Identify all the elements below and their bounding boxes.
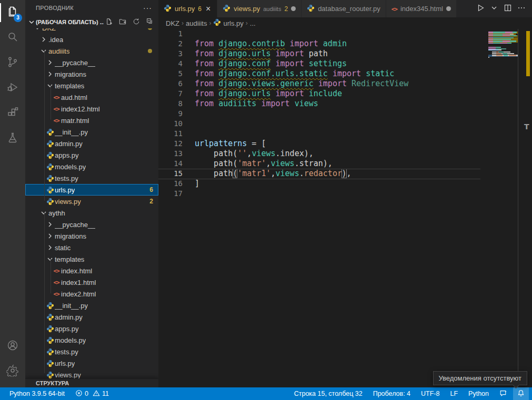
- html-file-icon: <>: [52, 268, 61, 274]
- code-line-10[interactable]: 10: [158, 119, 532, 129]
- breadcrumb-item[interactable]: urls.py: [213, 18, 243, 28]
- statusbar-problems[interactable]: 011: [71, 387, 113, 400]
- close-icon[interactable]: ×: [205, 5, 212, 13]
- statusbar-language-mode[interactable]: Python: [464, 387, 493, 400]
- breadcrumb-item[interactable]: DKZ: [166, 19, 179, 27]
- tree-item-urls-py[interactable]: urls.py: [25, 357, 158, 369]
- statusbar-indentation[interactable]: Пробелов: 4: [369, 387, 415, 400]
- code-line-6[interactable]: 6from django.views.generic import Redire…: [158, 79, 532, 89]
- line-number: 11: [158, 129, 183, 139]
- code-line-11[interactable]: 11: [158, 129, 532, 139]
- tree-item-tests-py[interactable]: tests.py: [25, 346, 158, 357]
- tree-item-index-html[interactable]: <>index.html: [25, 265, 158, 276]
- tree-item-admin-py[interactable]: admin.py: [25, 311, 158, 323]
- code-line-14[interactable]: 14 path('matr',views.stran),: [158, 159, 532, 169]
- statusbar-eol[interactable]: LF: [446, 387, 462, 400]
- tree-item-tests-py[interactable]: tests.py: [25, 172, 158, 184]
- tree-item--pycache-[interactable]: __pycache__: [25, 219, 158, 230]
- run-dropdown-button[interactable]: [490, 4, 498, 14]
- tree-item-views-py[interactable]: views.py: [25, 369, 158, 378]
- tab-urls-py[interactable]: urls.py6×: [158, 0, 217, 17]
- tree-item--init-py[interactable]: __init__.py: [25, 300, 158, 311]
- tree-item-dkz[interactable]: DKZ: [25, 28, 158, 34]
- python-file-icon: [45, 360, 55, 367]
- statusbar-cursor-position[interactable]: Строка 15, столбец 32: [290, 387, 367, 400]
- activity-run-debug-button[interactable]: [0, 76, 25, 101]
- statusbar-python-version[interactable]: Python 3.9.5 64-bit: [5, 387, 69, 400]
- tree-item--idea[interactable]: .idea: [25, 34, 158, 45]
- line-number: 12: [158, 139, 183, 149]
- tree-item--init-py[interactable]: __init__.py: [25, 126, 158, 138]
- tree-item-templates[interactable]: templates: [25, 80, 158, 91]
- new-folder-button[interactable]: [117, 17, 128, 27]
- code-line-5[interactable]: 5from django.conf.urls.static import sta…: [158, 69, 532, 79]
- activity-source-control-button[interactable]: [0, 50, 25, 76]
- code-line-1[interactable]: 1: [158, 29, 532, 39]
- code-line-3[interactable]: 3from django.urls import path: [158, 49, 532, 59]
- code-line-7[interactable]: 7from django.urls import include: [158, 89, 532, 99]
- tree-item-models-py[interactable]: models.py: [25, 161, 158, 172]
- tree-item-audiiits[interactable]: audiiits: [25, 45, 158, 57]
- activity-explorer-button[interactable]: 3: [0, 0, 25, 25]
- chevron-down-icon: [39, 209, 48, 217]
- activity-account-button[interactable]: [0, 334, 25, 359]
- statusbar-notifications-button[interactable]: [513, 387, 529, 400]
- statusbar-feedback-button[interactable]: [495, 387, 511, 400]
- tree-item-admin-py[interactable]: admin.py: [25, 138, 158, 149]
- split-editor-button[interactable]: [504, 4, 512, 14]
- code-line-16[interactable]: 16]: [158, 179, 532, 189]
- tree-item-aythh[interactable]: aythh: [25, 207, 158, 219]
- tree-item-label: admin.py: [55, 140, 83, 148]
- tree-item-apps-py[interactable]: apps.py: [25, 149, 158, 161]
- minimap[interactable]: [488, 30, 518, 60]
- more-button[interactable]: [517, 4, 526, 14]
- tree-item-templates[interactable]: templates: [25, 253, 158, 265]
- activity-settings-button[interactable]: [0, 359, 25, 384]
- sidebar-more-actions-icon[interactable]: ···: [143, 4, 152, 12]
- chevron-right-icon: ›: [180, 19, 185, 27]
- tree-item-migrations[interactable]: migrations: [25, 68, 158, 80]
- code-line-17[interactable]: 17: [158, 189, 532, 199]
- tab-index345-html[interactable]: <>index345.html: [386, 0, 457, 17]
- tab-views-py[interactable]: views.pyaudiiits2: [217, 0, 302, 17]
- breadcrumb-item[interactable]: audiiits: [186, 19, 207, 27]
- tree-item-index1-html[interactable]: <>index1.html: [25, 276, 158, 288]
- tree-item-migrations[interactable]: migrations: [25, 230, 158, 242]
- outline-section-header[interactable]: СТРУКТУРА: [25, 378, 158, 387]
- code-line-4[interactable]: 4from django.conf import settings: [158, 59, 532, 69]
- workspace-section-header[interactable]: (РАБОЧАЯ ОБЛАСТЬ) ...: [25, 16, 158, 28]
- tree-item-index12-html[interactable]: <>index12.html: [25, 103, 158, 115]
- overview-ruler[interactable]: T: [518, 29, 532, 387]
- collapse-all-button[interactable]: [145, 17, 155, 27]
- code-line-12[interactable]: 12urlpatterns = [: [158, 139, 532, 149]
- statusbar-encoding[interactable]: UTF-8: [417, 387, 444, 400]
- code-line-8[interactable]: 8from audiiits import views: [158, 99, 532, 109]
- tree-item-matr-html[interactable]: <>matr.html: [25, 115, 158, 126]
- tree-item-aud-html[interactable]: <>aud.html: [25, 91, 158, 103]
- tree-item-apps-py[interactable]: apps.py: [25, 323, 158, 334]
- refresh-button[interactable]: [131, 17, 142, 27]
- breadcrumb-item[interactable]: ...: [250, 19, 256, 27]
- tree-item--pycache-[interactable]: __pycache__: [25, 57, 158, 68]
- activity-extensions-button[interactable]: [0, 101, 25, 126]
- activity-testing-button[interactable]: [0, 126, 25, 151]
- tree-item-views-py[interactable]: views.py2: [25, 196, 158, 207]
- tree-item-models-py[interactable]: models.py: [25, 334, 158, 346]
- code-line-9[interactable]: 9: [158, 109, 532, 119]
- activity-search-button[interactable]: [0, 25, 25, 50]
- chevron-right-icon: [45, 243, 55, 252]
- new-file-button[interactable]: [104, 17, 114, 27]
- tab-database-roouter-py[interactable]: database_roouter.py: [302, 0, 386, 17]
- tree-item-label: views.py: [55, 198, 81, 206]
- code-editor[interactable]: 12from django.contrib import admin3from …: [158, 29, 532, 387]
- tree-item-index2-html[interactable]: <>index2.html: [25, 288, 158, 300]
- code-line-15[interactable]: 15 path('matr1',views.redactor),: [158, 169, 532, 179]
- tree-item-label: apps.py: [55, 151, 79, 159]
- tree-item-urls-py[interactable]: urls.py6: [25, 184, 158, 196]
- error-icon: [75, 389, 83, 398]
- code-line-2[interactable]: 2from django.contrib import admin: [158, 39, 532, 49]
- code-line-13[interactable]: 13 path('',views.index),: [158, 149, 532, 159]
- tree-item-static[interactable]: static: [25, 242, 158, 253]
- tab-label: index345.html: [400, 5, 443, 13]
- run-button[interactable]: [476, 4, 485, 14]
